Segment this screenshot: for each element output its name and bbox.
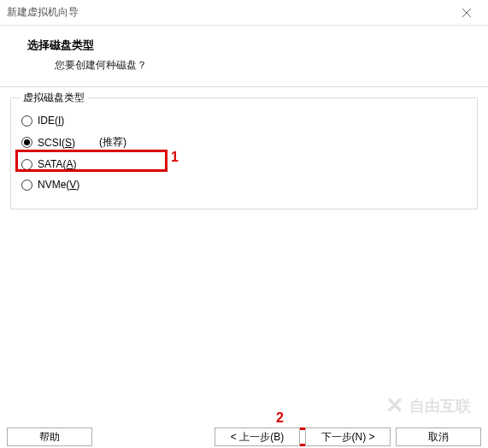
radio-label-ide: IDE(I) <box>38 115 64 127</box>
radio-option-scsi[interactable]: SCSI(S) (推荐) <box>21 131 467 154</box>
radio-icon <box>21 180 32 191</box>
recommended-label: (推荐) <box>99 135 126 150</box>
radio-icon <box>21 115 32 127</box>
radio-label-nvme: NVMe(V) <box>38 179 79 191</box>
wizard-footer: 帮助 < 上一步(B) 下一步(N) > 取消 <box>0 427 488 448</box>
annotation-number-1: 1 <box>171 150 179 165</box>
watermark-icon: ✕ <box>385 392 404 419</box>
window-title: 新建虚拟机向导 <box>7 5 79 20</box>
radio-option-sata[interactable]: SATA(A) <box>21 154 467 174</box>
cancel-button[interactable]: 取消 <box>396 427 481 446</box>
wizard-header: 选择磁盘类型 您要创建何种磁盘？ <box>0 26 488 86</box>
close-button[interactable] <box>454 0 479 26</box>
watermark-text: 自由互联 <box>409 396 471 416</box>
radio-label-sata: SATA(A) <box>38 158 77 170</box>
radio-icon <box>21 137 32 148</box>
close-icon <box>462 9 471 17</box>
group-legend: 虚拟磁盘类型 <box>20 91 88 105</box>
page-title: 选择磁盘类型 <box>27 38 471 53</box>
radio-label-scsi: SCSI(S) <box>38 137 75 149</box>
help-button[interactable]: 帮助 <box>7 427 92 446</box>
annotation-number-2: 2 <box>276 410 284 426</box>
disk-type-group: 虚拟磁盘类型 IDE(I) SCSI(S) (推荐) SATA(A) NVMe(… <box>10 97 478 209</box>
footer-right: < 上一步(B) 下一步(N) > 取消 <box>215 427 481 446</box>
watermark: ✕ 自由互联 <box>385 392 471 419</box>
radio-option-nvme[interactable]: NVMe(V) <box>21 174 467 195</box>
page-subtitle: 您要创建何种磁盘？ <box>27 58 471 73</box>
content-area: 虚拟磁盘类型 IDE(I) SCSI(S) (推荐) SATA(A) NVMe(… <box>0 87 488 209</box>
radio-option-ide[interactable]: IDE(I) <box>21 110 467 131</box>
titlebar: 新建虚拟机向导 <box>0 0 488 26</box>
radio-icon <box>21 159 32 170</box>
footer-left: 帮助 <box>7 427 92 446</box>
back-button[interactable]: < 上一步(B) <box>215 427 300 446</box>
next-button[interactable]: 下一步(N) > <box>305 427 391 446</box>
